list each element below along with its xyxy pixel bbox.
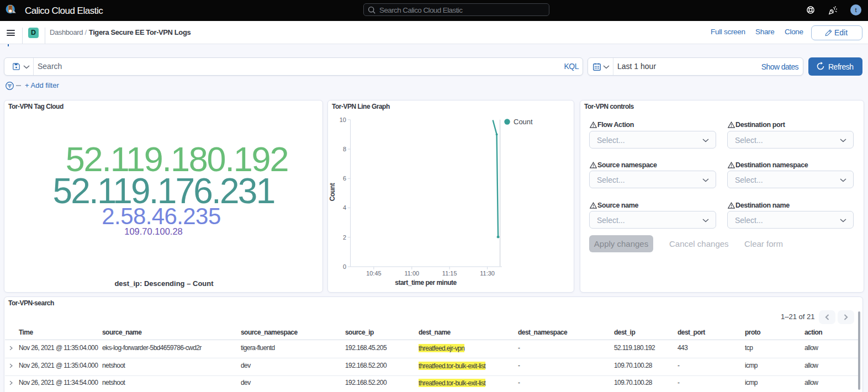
svg-text:11:00: 11:00 [404, 270, 419, 277]
svg-text:11:30: 11:30 [480, 270, 495, 277]
svg-text:start_time per minute: start_time per minute [395, 279, 457, 287]
svg-text:2: 2 [343, 234, 346, 241]
svg-text:0: 0 [343, 263, 346, 270]
svg-text:6: 6 [343, 175, 346, 182]
svg-text:11:15: 11:15 [442, 270, 457, 277]
svg-text:8: 8 [343, 146, 346, 152]
svg-text:4: 4 [343, 204, 346, 211]
svg-text:10: 10 [340, 116, 346, 123]
svg-text:Count: Count [329, 183, 336, 201]
svg-text:Count: Count [514, 118, 533, 126]
svg-text:10:45: 10:45 [366, 270, 382, 277]
